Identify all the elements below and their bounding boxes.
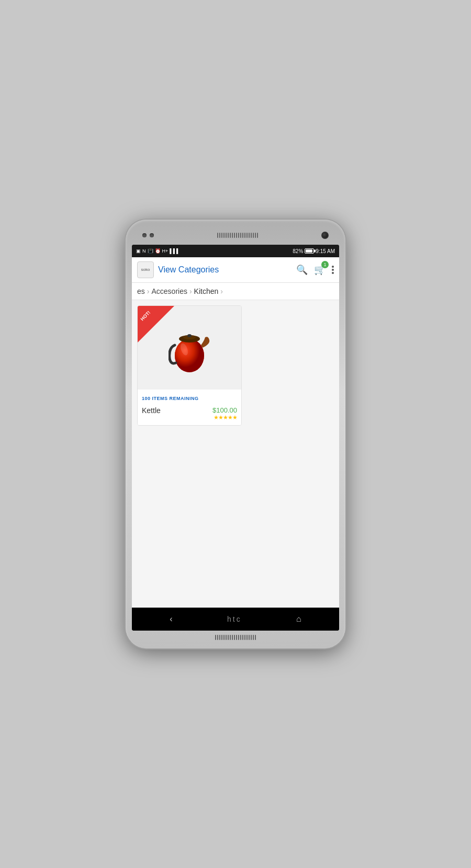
status-bar: ▣ N 📳 ⏰ H+ ▌▌▌ 82% 9:15 AM bbox=[132, 245, 339, 257]
more-dot-1 bbox=[332, 266, 334, 268]
nfc-icon: N bbox=[142, 248, 146, 254]
breadcrumb-item-1[interactable]: Accesories bbox=[151, 287, 187, 295]
product-price-stars: $100.00 ★★★★★ bbox=[212, 406, 237, 421]
breadcrumb-sep-1: › bbox=[189, 287, 192, 295]
phone-top-hardware bbox=[132, 226, 339, 245]
cart-button[interactable]: 🛒 1 bbox=[314, 264, 326, 276]
cart-badge: 1 bbox=[321, 261, 329, 268]
back-button[interactable]: ‹ bbox=[170, 614, 172, 624]
hot-badge bbox=[138, 306, 174, 342]
breadcrumb-sep-2: › bbox=[220, 287, 223, 295]
product-stock: 100 ITEMS REMAINING bbox=[138, 390, 241, 404]
product-card-kettle[interactable]: HOT! bbox=[137, 305, 242, 426]
product-stars: ★★★★★ bbox=[214, 414, 237, 421]
phone-screen: ▣ N 📳 ⏰ H+ ▌▌▌ 82% 9:15 AM soko bbox=[132, 245, 339, 631]
status-right: 82% 9:15 AM bbox=[293, 248, 335, 254]
breadcrumb-item-0[interactable]: es bbox=[137, 287, 145, 295]
product-grid: HOT! bbox=[132, 300, 339, 608]
phone-bottom-hardware bbox=[132, 631, 339, 642]
bottom-nav-bar: ‹ htc ⌂ bbox=[132, 608, 339, 631]
time: 9:15 AM bbox=[316, 248, 335, 254]
svg-point-1 bbox=[175, 339, 204, 372]
screen-icon: ▣ bbox=[136, 248, 141, 254]
htc-brand: htc bbox=[227, 615, 242, 623]
app-screen: soko View Categories 🔍 🛒 1 bbox=[132, 257, 339, 608]
header-title[interactable]: View Categories bbox=[158, 265, 292, 275]
soko-logo-text: soko bbox=[141, 267, 150, 272]
top-speaker-grille bbox=[217, 233, 258, 238]
speaker-dot-right bbox=[150, 233, 154, 237]
home-button[interactable]: ⌂ bbox=[296, 614, 301, 624]
kettle-image bbox=[169, 319, 210, 376]
search-button[interactable]: 🔍 bbox=[296, 264, 308, 276]
product-name: Kettle bbox=[142, 406, 161, 415]
soko-logo: soko bbox=[137, 261, 154, 278]
data-icon: H+ bbox=[162, 248, 169, 254]
product-price: $100.00 bbox=[212, 406, 237, 414]
phone-device: ▣ N 📳 ⏰ H+ ▌▌▌ 82% 9:15 AM soko bbox=[126, 220, 345, 648]
status-left-icons: ▣ N 📳 ⏰ H+ ▌▌▌ bbox=[136, 248, 180, 254]
speaker-dot-left bbox=[142, 233, 147, 237]
alarm-icon: ⏰ bbox=[155, 248, 161, 254]
bottom-speaker-grille bbox=[215, 635, 256, 640]
app-header: soko View Categories 🔍 🛒 1 bbox=[132, 257, 339, 283]
vibrate-icon: 📳 bbox=[148, 248, 153, 254]
svg-point-4 bbox=[187, 334, 192, 337]
battery-pct: 82% bbox=[293, 248, 303, 254]
more-dot-3 bbox=[332, 272, 334, 274]
breadcrumb-sep-0: › bbox=[147, 287, 150, 295]
front-camera bbox=[321, 232, 329, 239]
breadcrumb: es › Accesories › Kitchen › bbox=[132, 283, 339, 300]
stock-text: 100 ITEMS REMAINING bbox=[142, 396, 199, 401]
more-dot-2 bbox=[332, 269, 334, 271]
product-info: Kettle $100.00 ★★★★★ bbox=[138, 404, 241, 425]
speaker-dots bbox=[142, 233, 154, 237]
breadcrumb-item-2[interactable]: Kitchen bbox=[194, 287, 219, 295]
signal-icon: ▌▌▌ bbox=[170, 248, 180, 254]
product-image-container: HOT! bbox=[138, 306, 241, 390]
battery-icon bbox=[305, 248, 314, 254]
header-icons: 🔍 🛒 1 bbox=[296, 264, 334, 276]
more-menu-button[interactable] bbox=[332, 266, 334, 274]
